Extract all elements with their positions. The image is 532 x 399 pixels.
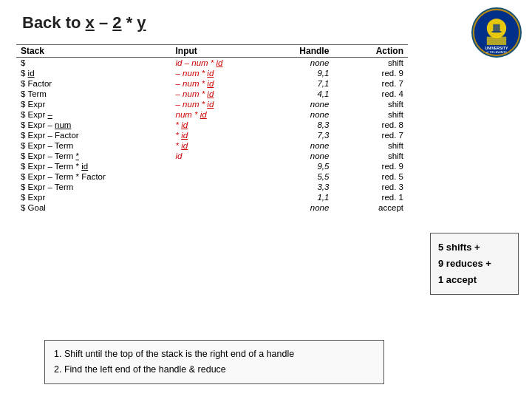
cell-stack: $	[16, 58, 171, 69]
table-row: $ Goalnoneaccept	[16, 202, 408, 213]
svg-rect-2	[487, 37, 506, 45]
table-row: $ Expr – Term * id9,5red. 9	[16, 161, 408, 171]
cell-input: – num * id	[171, 99, 272, 109]
table-row: $ id– num * id9,1red. 9	[16, 68, 408, 78]
cell-input	[171, 192, 272, 202]
table-row: $ Expr – Factor* id7,3red. 7	[16, 130, 408, 140]
cell-stack: $ Expr – Term * Factor	[16, 171, 171, 182]
cell-stack: $ Term	[16, 89, 171, 99]
table-row: $ Factor– num * id7,1red. 7	[16, 78, 408, 89]
cell-stack: $ Factor	[16, 78, 171, 89]
cell-stack: $ Expr	[16, 99, 171, 109]
cell-stack: $ Expr – Factor	[16, 130, 171, 140]
cell-stack: $ Expr – Term * id	[16, 161, 171, 171]
header-input: Input	[171, 45, 272, 58]
cell-action: red. 7	[335, 78, 408, 89]
cell-action: shift	[335, 99, 408, 109]
cell-action: shift	[335, 151, 408, 161]
cell-action: red. 8	[335, 120, 408, 130]
cell-input: num * id	[171, 109, 272, 120]
table-row: $ Term– num * id4,1red. 4	[16, 89, 408, 99]
cell-handle: none	[271, 151, 335, 161]
cell-action: accept	[335, 202, 408, 213]
svg-text:of DELAWARE: of DELAWARE	[486, 50, 507, 54]
cell-action: red. 7	[335, 130, 408, 140]
cell-action: red. 4	[335, 89, 408, 99]
summary-line1: 5 shifts +	[438, 239, 511, 256]
note-line1: 1. Shift until the top of the stack is t…	[54, 347, 375, 362]
cell-handle: none	[271, 140, 335, 151]
cell-input: * id	[171, 140, 272, 151]
svg-rect-6	[491, 31, 501, 33]
cell-action: red. 5	[335, 171, 408, 182]
table-row: $ Expr – Term *idnoneshift	[16, 151, 408, 161]
cell-stack: $ Expr – Term	[16, 140, 171, 151]
cell-input: – num * id	[171, 78, 272, 89]
cell-input: id	[171, 151, 272, 161]
cell-handle: none	[271, 202, 335, 213]
cell-input	[171, 161, 272, 171]
table-row: $ Expr1,1red. 1	[16, 192, 408, 202]
parse-table-container: Stack Input Handle Action $ id – num * i…	[16, 44, 408, 213]
cell-input: – num * id	[171, 68, 272, 78]
table-row: $ Expr –num * idnoneshift	[16, 109, 408, 120]
cell-action: shift	[335, 140, 408, 151]
cell-handle: 7,1	[271, 78, 335, 89]
summary-line3: 1 accept	[438, 272, 511, 288]
header-handle: Handle	[271, 45, 335, 58]
cell-action: red. 1	[335, 192, 408, 202]
table-row: $ Expr – Term* idnoneshift	[16, 140, 408, 151]
cell-action: shift	[335, 58, 408, 69]
header-stack: Stack	[16, 45, 171, 58]
summary-line2: 9 reduces +	[438, 256, 511, 272]
cell-input: * id	[171, 130, 272, 140]
cell-action: red. 9	[335, 161, 408, 171]
cell-action: shift	[335, 109, 408, 120]
cell-action: red. 9	[335, 68, 408, 78]
table-row: $ Expr – num* id8,3red. 8	[16, 120, 408, 130]
cell-stack: $ Expr –	[16, 109, 171, 120]
parse-table: Stack Input Handle Action $ id – num * i…	[16, 44, 408, 213]
cell-stack: $ Goal	[16, 202, 171, 213]
cell-handle: 4,1	[271, 89, 335, 99]
cell-handle: 1,1	[271, 192, 335, 202]
cell-handle: 5,5	[271, 171, 335, 182]
summary-box: 5 shifts + 9 reduces + 1 accept	[430, 233, 519, 295]
table-row: $ Expr – Term * Factor5,5red. 5	[16, 171, 408, 182]
table-row: $ Expr– num * idnoneshift	[16, 99, 408, 109]
header-action: Action	[335, 45, 408, 58]
cell-handle: 9,5	[271, 161, 335, 171]
table-row: $ Expr – Term3,3red. 3	[16, 182, 408, 192]
cell-input: – num * id	[171, 89, 272, 99]
cell-handle: 3,3	[271, 182, 335, 192]
cell-handle: 8,3	[271, 120, 335, 130]
cell-stack: $ Expr	[16, 192, 171, 202]
cell-stack: $ id	[16, 68, 171, 78]
note-line2: 2. Find the left end of the handle & red…	[54, 362, 375, 378]
cell-stack: $ Expr – Term *	[16, 151, 171, 161]
svg-text:UNIVERSITY: UNIVERSITY	[485, 46, 509, 50]
cell-stack: $ Expr – Term	[16, 182, 171, 192]
page-title: Back to x – 2 * y	[22, 13, 146, 33]
table-row: $ id – num * idnoneshift	[16, 58, 408, 69]
cell-input	[171, 171, 272, 182]
cell-handle: none	[271, 58, 335, 69]
cell-input	[171, 202, 272, 213]
cell-input: id – num * id	[171, 58, 272, 69]
cell-handle: none	[271, 109, 335, 120]
cell-handle: 9,1	[271, 68, 335, 78]
note-box: 1. Shift until the top of the stack is t…	[44, 340, 384, 385]
cell-input	[171, 182, 272, 192]
cell-handle: none	[271, 99, 335, 109]
cell-action: red. 3	[335, 182, 408, 192]
cell-handle: 7,3	[271, 130, 335, 140]
cell-stack: $ Expr – num	[16, 120, 171, 130]
university-logo: UNIVERSITY of DELAWARE	[471, 7, 522, 58]
cell-input: * id	[171, 120, 272, 130]
